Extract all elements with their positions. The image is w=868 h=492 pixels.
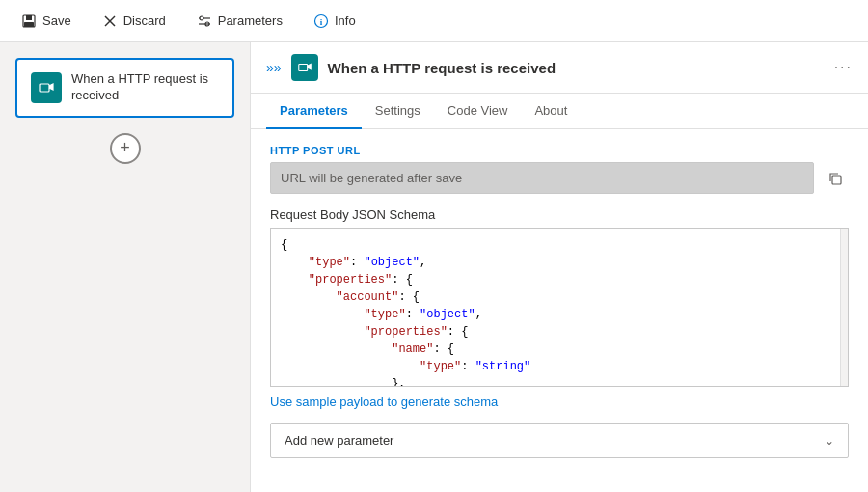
svg-point-5 [200, 16, 203, 20]
trigger-icon [31, 72, 62, 103]
url-field: URL will be generated after save [270, 162, 814, 194]
detail-panel: »» When a HTTP request is received ··· P… [251, 42, 868, 492]
svg-rect-15 [832, 176, 841, 184]
expand-icon[interactable]: »» [266, 60, 282, 75]
discard-button[interactable]: Discard [96, 10, 172, 33]
url-placeholder-text: URL will be generated after save [281, 171, 462, 185]
info-label: Info [335, 14, 356, 28]
tab-settings[interactable]: Settings [362, 94, 434, 129]
use-sample-link[interactable]: Use sample payload to generate schema [270, 395, 849, 409]
add-parameter-bar[interactable]: Add new parameter ⌄ [270, 423, 849, 458]
http-post-url-label: HTTP POST URL [270, 145, 849, 156]
info-icon: i [313, 14, 329, 29]
panel-header: »» When a HTTP request is received ··· [251, 42, 868, 94]
svg-rect-14 [298, 64, 307, 70]
svg-rect-1 [26, 15, 32, 20]
add-icon: + [120, 138, 130, 158]
chevron-down-icon: ⌄ [825, 434, 834, 448]
tabs-bar: Parameters Settings Code View About [251, 94, 868, 129]
save-icon [21, 14, 37, 29]
copy-url-button[interactable] [822, 165, 849, 192]
trigger-label: When a HTTP request is received [71, 71, 219, 104]
trigger-card[interactable]: When a HTTP request is received [15, 58, 234, 118]
panel-title: When a HTTP request is received [328, 60, 825, 76]
parameters-label: Parameters [218, 14, 283, 28]
panel-body: HTTP POST URL URL will be generated afte… [251, 129, 868, 492]
add-step-button[interactable]: + [110, 133, 141, 164]
discard-icon [102, 14, 118, 29]
svg-rect-13 [40, 84, 49, 92]
svg-rect-2 [24, 22, 34, 27]
editor-scrollbar[interactable] [840, 229, 848, 386]
sidebar: When a HTTP request is received + [0, 42, 251, 492]
tab-code-view[interactable]: Code View [434, 94, 522, 129]
panel-action-icon [291, 54, 318, 81]
schema-label: Request Body JSON Schema [270, 207, 849, 222]
info-button[interactable]: i Info [308, 10, 362, 33]
svg-text:i: i [320, 17, 323, 27]
tab-parameters[interactable]: Parameters [266, 94, 362, 129]
main-layout: When a HTTP request is received + »» Whe… [0, 42, 868, 492]
discard-label: Discard [123, 14, 166, 28]
more-options-button[interactable]: ··· [834, 59, 853, 76]
url-field-container: URL will be generated after save [270, 162, 849, 194]
save-button[interactable]: Save [15, 10, 77, 33]
parameters-button[interactable]: Parameters [191, 10, 288, 33]
parameters-icon [197, 14, 212, 29]
toolbar: Save Discard Parameters [0, 0, 868, 42]
save-label: Save [42, 14, 71, 28]
json-schema-editor[interactable]: { "type": "object", "properties": { "acc… [270, 228, 849, 387]
tab-about[interactable]: About [521, 94, 581, 129]
add-param-label: Add new parameter [285, 433, 393, 448]
